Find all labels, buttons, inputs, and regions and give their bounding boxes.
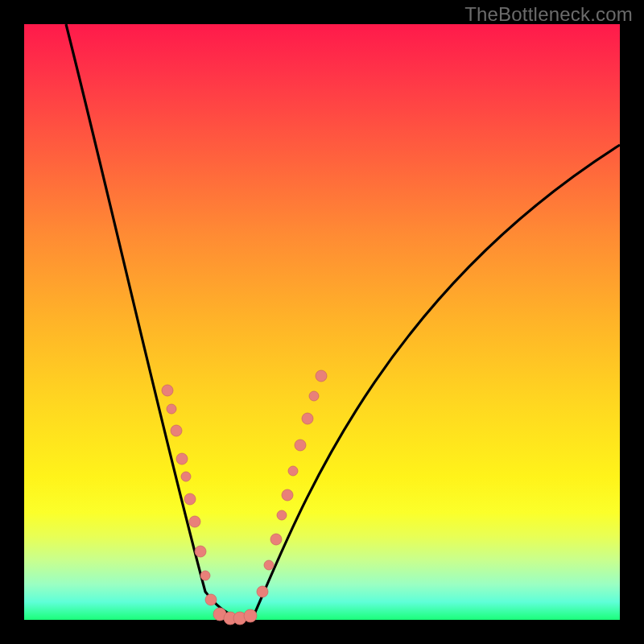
data-marker [184,493,196,505]
bottleneck-curve-svg [24,24,620,620]
data-marker [195,546,206,557]
data-marker [162,385,173,396]
data-marker [257,586,268,597]
data-marker [189,516,200,527]
data-marker [181,472,191,481]
data-marker [176,453,188,464]
data-marker [302,413,313,424]
chart-frame: TheBottleneck.com [0,0,644,644]
data-marker [288,466,298,476]
data-marker [295,440,306,451]
data-marker [277,510,287,520]
marker-group [162,370,327,625]
bottleneck-curve [66,24,620,617]
data-marker [200,571,210,580]
watermark-text: TheBottleneck.com [464,3,633,26]
plot-area [24,24,620,620]
data-marker [167,404,176,414]
data-marker [309,391,319,401]
data-marker [316,370,327,382]
data-marker [270,534,282,545]
data-marker [205,594,217,605]
data-marker [244,609,257,622]
data-marker [282,489,293,501]
data-marker [264,560,274,570]
data-marker [171,425,182,436]
